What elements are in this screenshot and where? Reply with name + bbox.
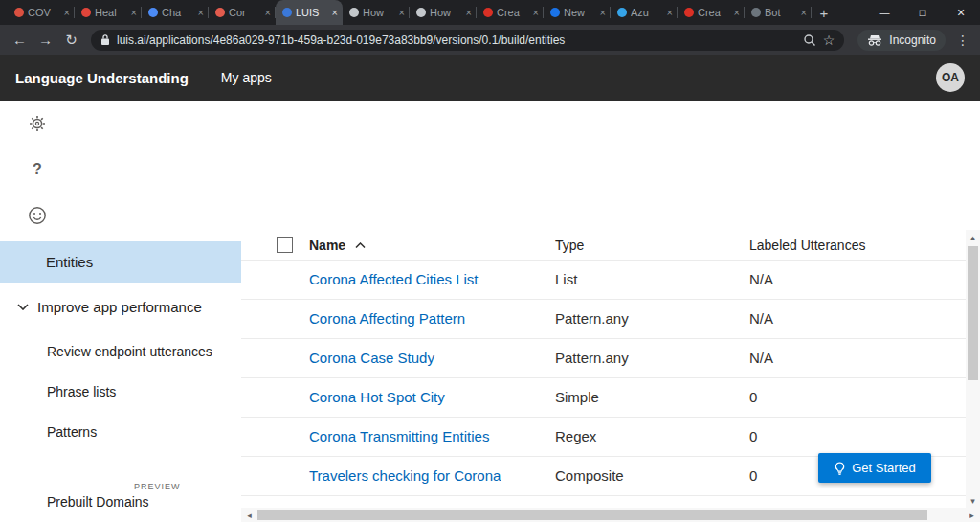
vertical-scrollbar[interactable]: ▴ ▾ xyxy=(966,230,980,508)
tab-close-icon[interactable]: × xyxy=(399,7,405,18)
horizontal-scrollbar[interactable]: ◂ ▸ xyxy=(241,508,980,522)
tab-close-icon[interactable]: × xyxy=(131,7,137,18)
entity-name-link[interactable]: Travelers checking for Corona xyxy=(309,457,501,495)
sort-ascending-icon[interactable] xyxy=(355,242,366,248)
tab-close-icon[interactable]: × xyxy=(265,7,271,18)
browser-menu-icon[interactable]: ⋮ xyxy=(953,33,972,48)
tab-close-icon[interactable]: × xyxy=(198,7,204,18)
sidebar-item-review-endpoint-utterances[interactable]: Review endpoint utterances xyxy=(0,332,241,371)
column-header-name[interactable]: Name xyxy=(309,230,366,261)
table-row[interactable]: Corona Hot Spot City Simple 0 xyxy=(241,378,966,418)
vertical-scrollbar-thumb[interactable] xyxy=(968,246,978,380)
browser-tab[interactable]: How × xyxy=(410,0,477,25)
sidebar-item-entities[interactable]: Entities xyxy=(0,241,241,283)
table-row[interactable]: Corona Affected Cities List List N/A xyxy=(241,261,966,300)
table-row[interactable]: Corona Transmitting Entities Regex 0 xyxy=(241,418,966,457)
window-controls: — □ × xyxy=(865,0,980,25)
tab-close-icon[interactable]: × xyxy=(600,7,606,18)
scroll-up-arrow-icon[interactable]: ▴ xyxy=(966,230,980,244)
tab-close-icon[interactable]: × xyxy=(734,7,740,18)
new-tab-button[interactable]: + xyxy=(812,0,836,25)
sidebar-item-patterns[interactable]: Patterns xyxy=(0,413,241,451)
back-icon[interactable]: ← xyxy=(8,25,32,55)
table-row[interactable]: Corona Case Study Pattern.any N/A xyxy=(241,339,966,378)
tab-favicon-icon xyxy=(215,8,225,17)
tab-favicon-icon xyxy=(349,8,359,17)
entity-name-link[interactable]: Corona Transmitting Entities xyxy=(309,418,489,456)
browser-tab[interactable]: New × xyxy=(544,0,611,25)
browser-tab[interactable]: Crea × xyxy=(678,0,745,25)
browser-tab[interactable]: Heal × xyxy=(75,0,142,25)
forward-icon[interactable]: → xyxy=(33,25,57,55)
entity-type-cell: List xyxy=(555,261,577,299)
tab-close-icon[interactable]: × xyxy=(332,7,338,18)
browser-tab[interactable]: Cor × xyxy=(209,0,276,25)
tab-title: How xyxy=(430,7,462,18)
zoom-icon[interactable] xyxy=(803,34,816,47)
tab-title: COV xyxy=(28,7,60,18)
browser-tab[interactable]: COV × xyxy=(8,0,75,25)
avatar[interactable]: OA xyxy=(936,63,965,92)
tab-favicon-icon xyxy=(617,8,627,17)
tab-title: Crea xyxy=(698,7,730,18)
incognito-badge: Incognito xyxy=(858,30,946,51)
browser-tab[interactable]: Bot × xyxy=(745,0,812,25)
tab-title: Heal xyxy=(95,7,127,18)
scroll-right-arrow-icon[interactable]: ▸ xyxy=(965,508,979,522)
entity-name-link[interactable]: Corona Hot Spot City xyxy=(309,378,445,417)
labeled-utterances-cell: 0 xyxy=(749,457,757,495)
page-title: Language Understanding xyxy=(15,70,189,86)
window-minimize-button[interactable]: — xyxy=(865,0,903,25)
column-header-labeled-utterances[interactable]: Labeled Utterances xyxy=(749,230,865,261)
help-icon[interactable]: ? xyxy=(27,159,48,180)
sidebar-item-phrase-lists[interactable]: Phrase lists xyxy=(0,373,241,411)
window-maximize-button[interactable]: □ xyxy=(903,0,942,25)
incognito-icon xyxy=(867,34,882,46)
tab-title: How xyxy=(363,7,395,18)
entity-name-link[interactable]: Corona Case Study xyxy=(309,339,434,377)
tab-strip: COV × Heal × Cha × Cor × LUIS × How × xyxy=(0,0,836,25)
browser-tab-active[interactable]: LUIS × xyxy=(276,0,343,25)
tab-close-icon[interactable]: × xyxy=(667,7,673,18)
labeled-utterances-cell: N/A xyxy=(749,339,773,377)
tab-title: Azu xyxy=(631,7,663,18)
chevron-down-icon[interactable] xyxy=(17,304,29,310)
entity-name-link[interactable]: Corona Affected Cities List xyxy=(309,261,478,299)
tab-close-icon[interactable]: × xyxy=(801,7,807,18)
column-header-type[interactable]: Type xyxy=(555,230,584,261)
select-all-checkbox[interactable] xyxy=(277,237,293,253)
browser-tab[interactable]: Azu × xyxy=(611,0,678,25)
browser-tab[interactable]: How × xyxy=(343,0,410,25)
nav-my-apps[interactable]: My apps xyxy=(221,70,272,85)
sidebar-item-label: Prebuilt Domains xyxy=(47,494,149,510)
browser-tab[interactable]: Crea × xyxy=(477,0,544,25)
browser-tab[interactable]: Cha × xyxy=(142,0,209,25)
get-started-button[interactable]: Get Started xyxy=(818,453,931,483)
get-started-label: Get Started xyxy=(852,461,915,475)
address-bar[interactable]: luis.ai/applications/4e86a029-971b-459a-… xyxy=(91,30,844,51)
tab-favicon-icon xyxy=(684,8,694,17)
labeled-utterances-cell: 0 xyxy=(749,418,757,456)
entity-type-cell: Pattern.any xyxy=(555,300,629,338)
tab-close-icon[interactable]: × xyxy=(466,7,472,18)
scroll-left-arrow-icon[interactable]: ◂ xyxy=(242,508,256,522)
horizontal-scrollbar-thumb[interactable] xyxy=(257,510,927,520)
sidebar-item-prebuilt-domains[interactable]: Prebuilt Domains xyxy=(0,488,241,515)
sidebar-item-label: Patterns xyxy=(47,424,97,440)
tab-favicon-icon xyxy=(751,8,761,17)
scroll-down-arrow-icon[interactable]: ▾ xyxy=(966,493,980,508)
tab-close-icon[interactable]: × xyxy=(533,7,539,18)
bookmark-star-icon[interactable]: ☆ xyxy=(823,34,835,47)
feedback-smiley-icon[interactable] xyxy=(27,205,48,226)
table-row[interactable]: Corona Affecting Pattern Pattern.any N/A xyxy=(241,300,966,339)
tab-title: Cha xyxy=(162,7,194,18)
tab-close-icon[interactable]: × xyxy=(64,7,70,18)
entity-name-link[interactable]: Corona Affecting Pattern xyxy=(309,300,465,338)
window-close-button[interactable]: × xyxy=(942,0,980,25)
url-text[interactable]: luis.ai/applications/4e86a029-971b-459a-… xyxy=(117,34,796,47)
settings-gear-icon[interactable] xyxy=(27,113,48,134)
lightbulb-icon xyxy=(834,462,846,475)
sidebar-section-improve-app-performance[interactable]: Improve app performance xyxy=(0,287,241,326)
lock-icon[interactable] xyxy=(100,34,110,46)
refresh-icon[interactable]: ↻ xyxy=(59,25,83,55)
